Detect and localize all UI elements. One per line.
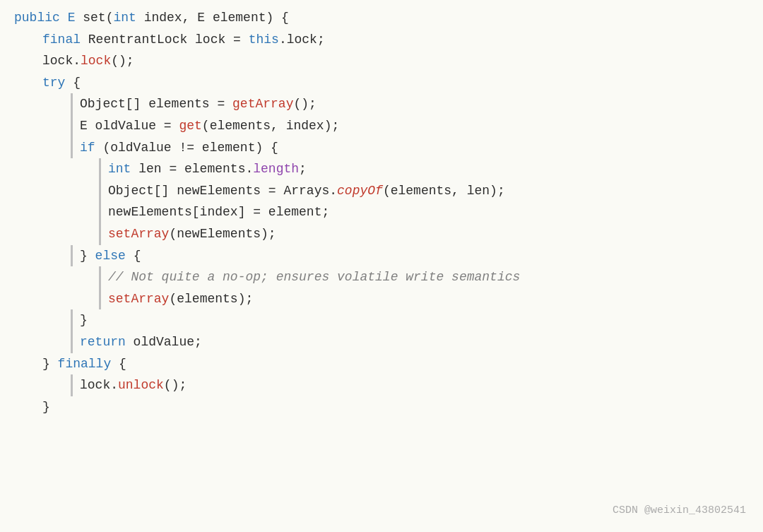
code-token: } <box>80 309 88 331</box>
code-line: return oldValue; <box>14 331 749 353</box>
code-block: public E set(int index, E element) {fina… <box>0 0 763 532</box>
code-token: setArray <box>108 288 169 310</box>
code-token: finally <box>58 353 112 375</box>
code-line: // Not quite a no-op; ensures volatile w… <box>14 266 749 288</box>
vertical-bar <box>99 180 101 202</box>
code-line: setArray(newElements); <box>14 223 749 245</box>
code-token: get <box>179 115 201 137</box>
code-line: Object[] elements = getArray(); <box>14 93 749 115</box>
code-token: E <box>68 7 83 29</box>
code-token: (oldValue != element) { <box>95 137 278 159</box>
code-token: newElements[index] = element; <box>108 201 329 223</box>
code-token: len = elements. <box>131 158 253 180</box>
code-token: public <box>14 7 68 29</box>
vertical-bar <box>99 223 101 245</box>
code-token: copyOf <box>337 180 383 202</box>
code-token: final <box>42 29 88 51</box>
code-line: } <box>14 309 749 331</box>
vertical-bar <box>99 266 101 288</box>
code-line: int len = elements.length; <box>14 158 749 180</box>
code-token: unlock <box>118 374 164 396</box>
code-token: ( <box>106 7 114 29</box>
code-token: } <box>80 245 95 267</box>
code-line: Object[] newElements = Arrays.copyOf(ele… <box>14 180 749 202</box>
code-token: (); <box>111 50 134 72</box>
code-token: int <box>108 158 131 180</box>
code-line: E oldValue = get(elements, index); <box>14 115 749 137</box>
code-line: lock.lock(); <box>14 50 749 72</box>
watermark: CSDN @weixin_43802541 <box>613 502 746 520</box>
code-line: setArray(elements); <box>14 288 749 310</box>
code-token: { <box>65 72 81 94</box>
code-token: (); <box>293 93 316 115</box>
code-token: .lock; <box>279 29 325 51</box>
vertical-bar <box>71 137 73 159</box>
code-token: lock <box>81 50 111 72</box>
code-token: (newElements); <box>169 223 276 245</box>
code-token: { <box>111 353 126 375</box>
code-token: getArray <box>232 93 293 115</box>
code-token: int <box>113 7 136 29</box>
code-line: lock.unlock(); <box>14 374 749 396</box>
code-token: try <box>42 72 65 94</box>
code-token: setArray <box>108 223 169 245</box>
code-token: index, E element) { <box>136 7 289 29</box>
code-token: ; <box>299 158 307 180</box>
vertical-bar <box>99 288 101 310</box>
code-token: (elements); <box>169 288 253 310</box>
code-token: // Not quite a no-op; ensures volatile w… <box>108 266 520 288</box>
vertical-bar <box>71 374 73 396</box>
code-token: lock. <box>80 374 118 396</box>
code-line: if (oldValue != element) { <box>14 137 749 159</box>
code-token: set <box>83 7 105 29</box>
code-token: ReentrantLock lock = <box>88 29 249 51</box>
code-line: } else { <box>14 245 749 267</box>
code-token: this <box>249 29 279 51</box>
code-token: lock. <box>42 50 81 72</box>
code-token: (elements, len); <box>383 180 505 202</box>
code-token: (elements, index); <box>202 115 339 137</box>
code-token: oldValue; <box>126 331 202 353</box>
code-token: return <box>80 331 126 353</box>
vertical-bar <box>99 158 101 180</box>
code-token: else <box>95 245 126 267</box>
code-line: public E set(int index, E element) { <box>14 7 749 29</box>
vertical-bar <box>71 245 73 267</box>
vertical-bar <box>71 331 73 353</box>
vertical-bar <box>71 93 73 115</box>
code-line: newElements[index] = element; <box>14 201 749 223</box>
vertical-bar <box>99 201 101 223</box>
vertical-bar <box>71 115 73 137</box>
code-line: try { <box>14 72 749 94</box>
code-line: final ReentrantLock lock = this.lock; <box>14 29 749 51</box>
code-token: length <box>253 158 299 180</box>
code-token: (); <box>164 374 187 396</box>
vertical-bar <box>71 309 73 331</box>
code-token: } <box>42 396 50 418</box>
code-token: if <box>80 137 95 159</box>
code-token: { <box>126 245 141 267</box>
code-token: Object[] newElements = Arrays. <box>108 180 337 202</box>
code-line: } finally { <box>14 353 749 375</box>
code-token: E oldValue = <box>80 115 179 137</box>
code-token: Object[] elements = <box>80 93 232 115</box>
code-token: } <box>42 353 58 375</box>
code-line: } <box>14 396 749 418</box>
